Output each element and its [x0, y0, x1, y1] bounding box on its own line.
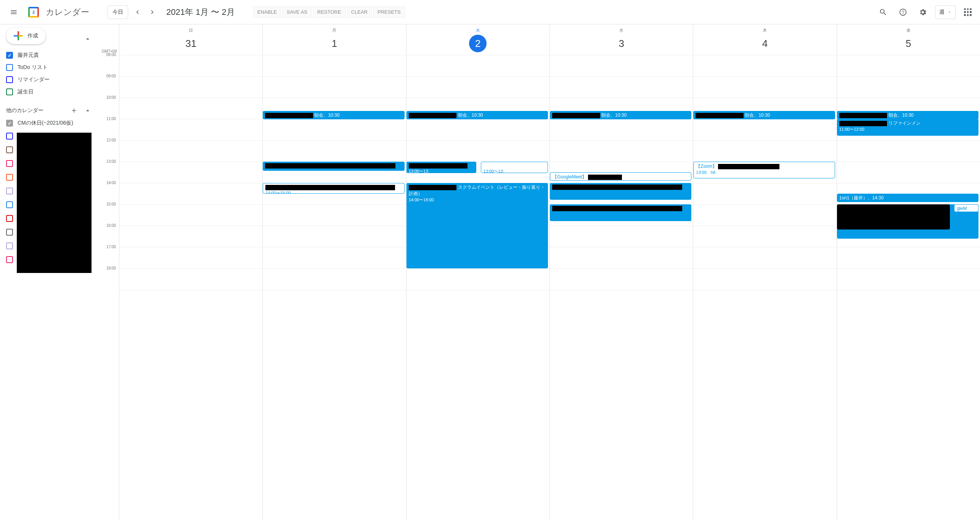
calendar-event[interactable]: 14:00〜15:00: [263, 183, 404, 194]
calendar-event[interactable]: 朝会、10:30: [263, 111, 404, 119]
prev-button[interactable]: [131, 6, 143, 18]
help-button[interactable]: ?: [895, 5, 911, 20]
day-number[interactable]: 31: [182, 35, 200, 52]
day-number[interactable]: 2: [469, 35, 487, 52]
day-header[interactable]: 日31: [119, 24, 262, 55]
day-columns: 朝会、10:30 14:00〜15:00 朝会、10:30 13:00〜13:1…: [119, 55, 980, 520]
calendar-checkbox[interactable]: [6, 133, 13, 140]
calendar-event[interactable]: 朝会、10:30: [837, 111, 978, 119]
ext-enable-button[interactable]: ENABLE: [253, 6, 281, 18]
day-number[interactable]: 4: [756, 35, 774, 52]
calendar-event[interactable]: 朝会、10:30: [550, 111, 691, 119]
calendar-label: 藤井元貴: [18, 52, 39, 59]
body: 作成 藤井元貴ToDo リストリマインダー誕生日 他のカレンダー CMの休日(~…: [0, 24, 980, 520]
day-header[interactable]: 金5: [837, 24, 980, 55]
calendar-item[interactable]: CMの休日(~2021/06仮): [6, 118, 92, 128]
calendar-item[interactable]: リマインダー: [6, 75, 92, 85]
my-calendars-toggle[interactable]: [84, 35, 92, 43]
ext-presets-button[interactable]: PRESETS: [373, 6, 405, 18]
calendar-event[interactable]: スクラムイベント（レビュー・振り返り・計画）14:00〜18:00: [406, 183, 548, 268]
calendar-item[interactable]: ToDo リスト: [6, 63, 92, 72]
calendar-event[interactable]: 【GoogleMeet】: [550, 172, 691, 181]
apps-button[interactable]: [960, 5, 975, 20]
calendar-checkbox[interactable]: [6, 242, 13, 249]
calendar-event[interactable]: [550, 204, 691, 221]
calendar-event[interactable]: [837, 204, 950, 230]
hour-label: 16:00: [98, 223, 119, 245]
calendar-logo-icon: 2: [26, 5, 41, 20]
day-of-week: 水: [550, 27, 693, 33]
other-calendars-list: CMの休日(~2021/06仮): [6, 118, 92, 128]
hour-label: 11:00: [98, 117, 119, 138]
calendar-checkbox[interactable]: [6, 64, 13, 71]
time-labels: 08:0009:0010:0011:0012:0013:0014:0015:00…: [98, 55, 119, 520]
calendar-checkbox[interactable]: [6, 215, 13, 222]
calendar-checkbox[interactable]: [6, 256, 13, 263]
calendar-checkbox[interactable]: [6, 52, 13, 59]
calendar-event[interactable]: gleM: [954, 204, 978, 212]
day-header[interactable]: 月1: [262, 24, 406, 55]
calendar-checkbox[interactable]: [6, 88, 13, 95]
day-column[interactable]: 朝会、10:30 14:00〜15:00: [262, 55, 406, 520]
view-selector[interactable]: 週: [935, 5, 956, 19]
day-number[interactable]: 1: [326, 35, 343, 52]
redacted-calendars-block: [6, 133, 92, 273]
settings-button[interactable]: [915, 5, 930, 20]
extension-toolbar: ENABLE SAVE AS RESTORE CLEAR PRESETS: [253, 6, 405, 18]
ext-clear-button[interactable]: CLEAR: [347, 6, 372, 18]
day-header[interactable]: 木4: [693, 24, 836, 55]
next-button[interactable]: [146, 6, 159, 18]
calendar-item[interactable]: 藤井元貴: [6, 50, 92, 60]
main-menu-button[interactable]: [5, 3, 23, 21]
time-grid[interactable]: 08:0009:0010:0011:0012:0013:0014:0015:00…: [98, 55, 980, 520]
calendar-event[interactable]: 13:00〜13:: [406, 162, 477, 173]
search-button[interactable]: [876, 5, 891, 20]
calendar-event[interactable]: リファインメン11:00〜12:00: [837, 119, 978, 136]
day-column[interactable]: 朝会、10:30【Zoom】 13:00、htt: [693, 55, 836, 520]
day-header[interactable]: 水3: [549, 24, 693, 55]
hour-label: 09:00: [98, 74, 119, 95]
calendar-checkbox[interactable]: [6, 229, 13, 236]
calendar-item[interactable]: 誕生日: [6, 87, 92, 97]
calendar-checkbox[interactable]: [6, 160, 13, 167]
today-button[interactable]: 今日: [108, 5, 128, 19]
day-number[interactable]: 3: [613, 35, 630, 52]
day-column[interactable]: 朝会、10:30 リファインメン11:00〜12:001on1（藤井）、14:3…: [837, 55, 980, 520]
logo-day-number: 2: [28, 7, 39, 18]
day-column[interactable]: 朝会、10:30【GoogleMeet】: [549, 55, 693, 520]
calendar-event[interactable]: 13:00〜13:: [481, 162, 548, 173]
ext-restore-button[interactable]: RESTORE: [313, 6, 345, 18]
calendar-label: リマインダー: [18, 76, 50, 83]
calendar-checkbox[interactable]: [6, 188, 13, 194]
add-other-calendar-button[interactable]: [69, 105, 79, 116]
calendar-checkbox[interactable]: [6, 174, 13, 181]
calendar-event[interactable]: 朝会、10:30: [406, 111, 548, 119]
other-calendars-toggle[interactable]: [84, 107, 92, 114]
hour-label: 14:00: [98, 181, 119, 202]
calendar-event[interactable]: 朝会、10:30: [693, 111, 835, 119]
day-number[interactable]: 5: [900, 35, 917, 52]
calendar-checkbox[interactable]: [6, 120, 13, 127]
plus-icon: [14, 31, 23, 40]
day-column[interactable]: 朝会、10:30 13:00〜13:13:00〜13: スクラムイベント（レビュ…: [406, 55, 549, 520]
day-column[interactable]: [119, 55, 262, 520]
calendar-event[interactable]: 【Zoom】 13:00、htt: [693, 162, 835, 178]
day-of-week: 金: [837, 27, 980, 33]
hour-label: 08:00: [98, 53, 119, 74]
calendar-event[interactable]: [263, 162, 404, 171]
calendar-main: GMT+09 日31月1火2水3木4金5 08:0009:0010:0011:0…: [98, 24, 980, 520]
ext-saveas-button[interactable]: SAVE AS: [283, 6, 312, 18]
calendar-checkbox[interactable]: [6, 76, 13, 83]
day-header[interactable]: 火2: [406, 24, 549, 55]
other-calendars-title: 他のカレンダー: [6, 107, 64, 114]
other-calendars-header: 他のカレンダー: [6, 103, 92, 118]
calendar-event[interactable]: 1on1（藤井）、14:30: [837, 194, 978, 202]
day-of-week: 木: [693, 27, 836, 33]
sidebar: 作成 藤井元貴ToDo リストリマインダー誕生日 他のカレンダー CMの休日(~…: [0, 24, 98, 520]
calendar-checkbox[interactable]: [6, 201, 13, 208]
calendar-checkbox[interactable]: [6, 146, 13, 153]
calendar-event[interactable]: [550, 183, 691, 200]
create-button[interactable]: 作成: [6, 27, 46, 44]
day-of-week: 月: [263, 27, 406, 33]
view-label: 週: [939, 9, 945, 16]
